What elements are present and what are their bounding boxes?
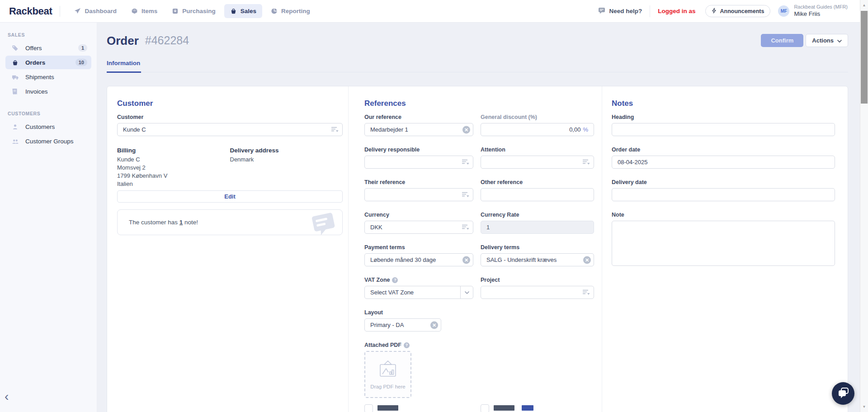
announcements-button[interactable]: Announcements <box>705 5 770 17</box>
user-menu[interactable]: Rackbeat Guides (MFR) Mike Friis <box>794 4 848 18</box>
header-actions: Confirm Actions <box>761 34 848 47</box>
page-title: Order <box>107 34 139 48</box>
attention-input[interactable] <box>481 156 594 169</box>
vat-zone-select[interactable]: Select VAT Zone <box>364 286 473 299</box>
account-name: Rackbeat Guides (MFR) <box>794 4 848 10</box>
tab-information[interactable]: Information <box>107 60 141 73</box>
order-information-card: Customer Customer Billing Kunde C Momsve <box>107 86 848 412</box>
chat-widget-button[interactable] <box>832 382 854 405</box>
layout-input[interactable] <box>364 318 441 331</box>
rackbeat-logo[interactable]: Rackbeat <box>9 5 52 17</box>
basket-icon <box>230 8 237 14</box>
order-number: #462284 <box>145 34 189 47</box>
scroll-down-arrow-icon[interactable]: ▼ <box>860 405 868 409</box>
help-icon[interactable]: ? <box>392 277 398 283</box>
need-help-label: Need help? <box>609 8 642 14</box>
scrollbar-thumb[interactable] <box>861 11 868 104</box>
need-help-link[interactable]: Need help? <box>598 7 642 15</box>
sidebar-item-customer-groups[interactable]: Customer Groups <box>5 134 91 148</box>
customer-heading: Customer <box>117 99 343 108</box>
picture-frame-icon <box>377 360 398 381</box>
sidebar-item-customers[interactable]: Customers <box>5 120 91 133</box>
help-icon[interactable]: ? <box>404 342 410 348</box>
announcements-label: Announcements <box>720 8 764 14</box>
chevron-down-icon <box>837 37 842 44</box>
nav-label: Dashboard <box>85 8 117 14</box>
customer-column: Customer Customer Billing Kunde C Momsve <box>107 86 349 412</box>
clear-icon[interactable]: ✕ <box>462 256 470 264</box>
order-date-input[interactable] <box>612 156 835 169</box>
scroll-up-arrow-icon[interactable]: ▲ <box>860 3 868 7</box>
other-reference-input[interactable] <box>481 188 594 201</box>
clear-icon[interactable]: ✕ <box>430 321 438 329</box>
topbar: Rackbeat Dashboard Items Purchasing <box>0 0 860 23</box>
tag-icon <box>12 45 19 52</box>
nav-purchasing[interactable]: Purchasing <box>166 4 222 18</box>
lightning-icon <box>712 8 717 15</box>
tab-bar: Information <box>107 60 848 72</box>
clear-icon[interactable]: ✕ <box>462 126 470 133</box>
actions-button[interactable]: Actions <box>806 34 848 47</box>
sidebar-item-invoices[interactable]: Invoices <box>5 85 91 98</box>
logged-in-as-badge: Logged in as <box>658 8 695 14</box>
sidebar-item-orders[interactable]: Orders 10 <box>5 56 91 69</box>
pie-chart-icon <box>271 8 278 14</box>
note-textarea[interactable] <box>612 221 835 266</box>
divider <box>650 5 650 17</box>
addresses: Billing Kunde C Momsvej 2 1799 København… <box>117 147 343 188</box>
sidebar-item-label: Shipments <box>25 74 54 81</box>
delivery-date-input[interactable] <box>612 188 835 201</box>
dropzone-label: Drag PDF here <box>370 384 405 389</box>
delivery-terms-input[interactable] <box>481 253 594 266</box>
sidebar-item-shipments[interactable]: Shipments <box>5 70 91 84</box>
our-reference-input[interactable] <box>364 123 473 136</box>
avatar[interactable]: MF <box>778 5 789 17</box>
clear-icon[interactable]: ✕ <box>583 256 591 264</box>
customer-input[interactable] <box>117 123 343 136</box>
main-nav: Dashboard Items Purchasing Sales <box>68 4 316 18</box>
clipped-label <box>522 405 533 411</box>
nav-reporting[interactable]: Reporting <box>265 4 316 18</box>
chevron-down-icon <box>460 286 473 298</box>
currency-input[interactable] <box>364 221 473 234</box>
sidebar-item-offers[interactable]: Offers 1 <box>5 41 91 55</box>
currency-rate-input <box>481 221 594 234</box>
sidebar-item-label: Orders <box>25 59 45 66</box>
person-icon <box>12 123 19 130</box>
customer-note-banner[interactable]: The customer has 1 note! <box>117 209 343 235</box>
rackbeat-app: Rackbeat Dashboard Items Purchasing <box>0 0 868 412</box>
customer-field-label: Customer <box>117 114 343 120</box>
project-input[interactable] <box>481 286 594 299</box>
billing-address: Billing Kunde C Momsvej 2 1799 København… <box>117 147 230 188</box>
general-discount-input[interactable]: 0,00 % <box>481 123 594 136</box>
confirm-button[interactable]: Confirm <box>761 34 803 47</box>
user-name: Mike Friis <box>794 10 848 18</box>
edit-address-button[interactable]: Edit <box>117 190 343 203</box>
their-reference-input[interactable] <box>364 188 473 201</box>
delivery-responsible-input[interactable] <box>364 156 473 169</box>
clipped-checkbox-row <box>364 404 594 412</box>
clipped-label <box>494 405 514 411</box>
nav-label: Reporting <box>281 8 310 14</box>
sidebar: SALES Offers 1 Orders 10 Shipments In <box>0 22 97 412</box>
customer-note-text: The customer has 1 note! <box>129 219 198 226</box>
nav-dashboard[interactable]: Dashboard <box>68 4 123 18</box>
billing-title: Billing <box>117 147 230 154</box>
truck-icon <box>12 74 19 81</box>
checkbox[interactable] <box>364 404 373 412</box>
sidebar-section-sales: SALES <box>8 32 97 38</box>
people-icon <box>12 138 19 145</box>
payment-terms-input[interactable] <box>364 253 473 266</box>
chat-bubble-icon <box>598 7 605 15</box>
checkbox[interactable] <box>481 404 489 412</box>
notes-heading: Notes <box>612 99 835 108</box>
nav-sales[interactable]: Sales <box>224 4 262 18</box>
delivery-title: Delivery address <box>230 147 343 154</box>
pdf-dropzone[interactable]: Drag PDF here <box>364 351 411 398</box>
sidebar-section-customers: CUSTOMERS <box>8 111 97 116</box>
nav-items[interactable]: Items <box>125 4 163 18</box>
collapse-sidebar-icon[interactable]: ‹ <box>5 390 9 403</box>
heading-input[interactable] <box>612 123 835 136</box>
actions-label: Actions <box>812 37 834 44</box>
window-scrollbar[interactable]: ▲ ▼ <box>860 0 868 412</box>
